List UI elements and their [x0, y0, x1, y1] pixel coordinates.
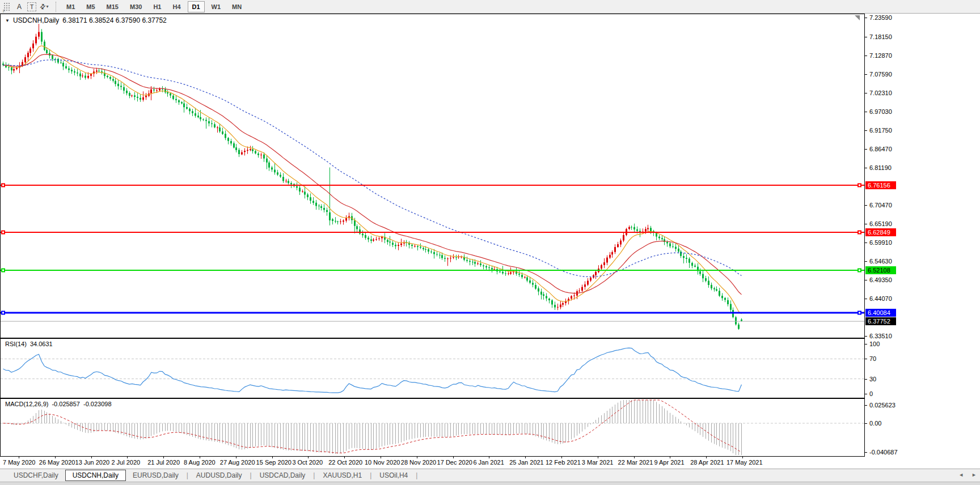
time-tick-label: 21 Jul 2020: [147, 459, 180, 466]
timeframe-button-m15[interactable]: M15: [102, 1, 123, 12]
price-tick-label: 7.18150: [869, 33, 892, 41]
timeframe-buttons: M1M5M15M30H1H4D1W1MN: [61, 1, 247, 12]
time-tick-label: 3 Oct 2020: [292, 459, 323, 466]
toolbar: F A T ⇅ ▾ M1M5M15M30H1H4D1W1MN: [0, 0, 980, 14]
chart-ohlc-values: 6.38171 6.38524 6.37590 6.37752: [62, 16, 167, 24]
chart-tab-usdchf[interactable]: USDCHF,Daily: [7, 470, 65, 481]
rsi-tick-mark: [865, 379, 867, 380]
chart-tab-usdcnh[interactable]: USDCNH,Daily: [65, 470, 126, 481]
price-tick-label: 6.59910: [869, 239, 892, 246]
tab-separator: |: [312, 471, 316, 479]
price-tick-mark: [865, 224, 867, 224]
time-tick-mark: [91, 457, 92, 458]
rsi-tick-mark: [865, 394, 867, 394]
macd-tick-mark: [865, 452, 867, 453]
tab-separator: |: [369, 471, 373, 479]
time-tick-label: 6 Jan 2021: [473, 459, 504, 466]
text-tool-icon[interactable]: T: [27, 2, 36, 11]
rsi-panel[interactable]: RSI(14) 34.0631: [0, 338, 865, 398]
rsi-tick-label: 70: [869, 355, 876, 363]
timeframe-button-h1[interactable]: H1: [149, 1, 166, 12]
macd-tick-mark: [865, 405, 867, 406]
price-tick-label: 6.91750: [869, 126, 892, 134]
macd-tick-label: 0.00: [869, 419, 881, 427]
price-tick-label: 7.02310: [869, 89, 892, 97]
rsi-canvas[interactable]: [1, 339, 864, 398]
tab-separator: |: [249, 471, 253, 479]
time-tick-label: 3 Mar 2021: [582, 459, 614, 466]
macd-name: MACD(12,26,9): [5, 401, 48, 407]
price-tick-mark: [865, 242, 867, 243]
hline-price-label: 6.76156: [865, 181, 896, 189]
chart-tab-bar: USDCHF,DailyUSDCNH,DailyEURUSD,Daily|AUD…: [0, 469, 980, 482]
main-chart-panel[interactable]: ▼ USDCNH,Daily 6.38171 6.38524 6.37590 6…: [0, 14, 865, 338]
price-tick-label: 6.97030: [869, 108, 892, 116]
rsi-name: RSI(14): [5, 341, 27, 347]
time-tick-mark: [308, 457, 309, 458]
time-tick-mark: [200, 457, 200, 458]
time-tick-mark: [272, 457, 273, 458]
chart-tab-eurusd[interactable]: EURUSD,Daily: [126, 470, 185, 481]
price-tick-label: 7.07590: [869, 70, 892, 78]
timeframe-button-m1[interactable]: M1: [62, 1, 79, 12]
tab-scroll-right-icon[interactable]: ►: [971, 472, 977, 478]
timeframe-button-w1[interactable]: W1: [207, 1, 226, 12]
time-tick-label: 9 Apr 2021: [654, 459, 684, 466]
tab-scroll-left-icon[interactable]: ◄: [958, 472, 964, 478]
chart-tab-usoil[interactable]: USOil,H4: [373, 470, 415, 481]
time-tick-label: 12 Feb 2021: [546, 459, 581, 466]
chart-tab-usdcad[interactable]: USDCAD,Daily: [253, 470, 312, 481]
tab-separator: |: [415, 471, 419, 479]
diagonal-arrows-icon: ⇅: [38, 2, 48, 11]
time-tick-mark: [525, 457, 526, 458]
tab-scroll-buttons: ◄ ►: [958, 472, 977, 478]
chart-symbol-label: USDCNH,Daily: [13, 16, 59, 24]
price-tick-label: 6.49350: [869, 276, 892, 284]
time-tick-label: 8 Aug 2020: [184, 459, 216, 466]
chart-tab-audusd[interactable]: AUDUSD,Daily: [189, 470, 249, 481]
timeframe-button-h4[interactable]: H4: [168, 1, 185, 12]
rsi-tick-label: 30: [869, 375, 876, 383]
price-tick-label: 6.44070: [869, 295, 892, 303]
price-tick-mark: [865, 112, 867, 112]
price-tick-label: 6.65190: [869, 220, 892, 228]
price-tick-mark: [865, 37, 867, 37]
time-tick-mark: [489, 457, 489, 458]
time-tick-label: 25 Jan 2021: [509, 459, 544, 466]
time-tick-label: 28 Apr 2021: [690, 459, 724, 466]
hline-price-label: 6.62849: [865, 228, 896, 236]
time-tick-mark: [19, 457, 19, 458]
price-chart-canvas[interactable]: [1, 14, 864, 338]
time-tick-mark: [453, 457, 454, 458]
timeframe-button-m5[interactable]: M5: [82, 1, 99, 12]
macd-panel[interactable]: MACD(12,26,9) -0.025857 -0.023098: [0, 398, 865, 457]
time-tick-mark: [344, 457, 345, 458]
time-tick-mark: [163, 457, 164, 458]
price-tick-label: 6.81190: [869, 164, 892, 172]
time-tick-label: 2 Jul 2020: [111, 459, 140, 466]
time-tick-mark: [742, 457, 743, 458]
toolbar-drag-handle[interactable]: F: [3, 2, 10, 11]
chart-tab-xauusd[interactable]: XAUUSD,H1: [316, 470, 369, 481]
price-tick-label: 7.12870: [869, 52, 892, 59]
time-tick-label: 28 Nov 2020: [401, 459, 436, 466]
timeframe-button-mn[interactable]: MN: [227, 1, 246, 12]
time-tick-mark: [127, 457, 128, 458]
price-tick-label: 6.70470: [869, 201, 892, 209]
font-tool-icon[interactable]: A: [14, 1, 25, 12]
price-tick-mark: [865, 18, 867, 18]
timeframe-button-d1[interactable]: D1: [188, 1, 205, 12]
drawing-tools-icon[interactable]: ⇅ ▾: [39, 1, 50, 12]
chart-tabs: USDCHF,DailyUSDCNH,DailyEURUSD,Daily|AUD…: [7, 470, 419, 481]
toolbar-handle-label: F: [3, 9, 5, 13]
time-tick-label: 7 May 2020: [3, 459, 35, 466]
macd-tick-label: -0.040687: [869, 448, 898, 456]
collapse-chart-icon[interactable]: ▼: [5, 18, 10, 23]
rsi-tick-mark: [865, 344, 867, 344]
current-price-label: 6.37752: [865, 317, 896, 325]
chart-title: ▼ USDCNH,Daily 6.38171 6.38524 6.37590 6…: [5, 16, 167, 24]
price-tick-mark: [865, 299, 867, 299]
macd-canvas[interactable]: [1, 399, 864, 456]
price-tick-mark: [865, 130, 867, 131]
timeframe-button-m30[interactable]: M30: [125, 1, 146, 12]
